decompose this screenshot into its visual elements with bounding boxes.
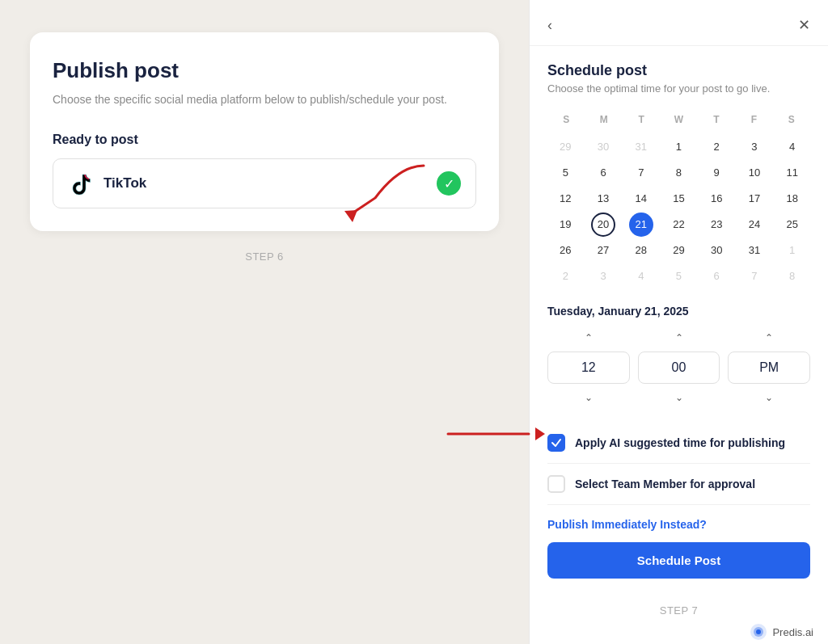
schedule-post-button[interactable]: Schedule Post [547, 542, 810, 579]
calendar-grid: 29 30 31 1 2 3 4 5 6 7 8 9 10 11 12 13 1… [547, 135, 810, 288]
cal-cell[interactable]: 12 [553, 187, 577, 211]
selected-date: Tuesday, January 21, 2025 [547, 305, 810, 318]
day-sat: S [773, 111, 810, 128]
period-display[interactable]: PM [728, 351, 810, 384]
schedule-subtitle: Choose the optimal time for your post to… [547, 82, 810, 95]
day-tue: T [623, 111, 660, 128]
cal-cell[interactable]: 3 [742, 135, 767, 159]
predis-label: Predis.ai [772, 626, 813, 638]
cal-cell[interactable]: 23 [704, 213, 729, 237]
period-down-button[interactable]: ⌄ [758, 389, 779, 406]
tiktok-icon [68, 170, 94, 196]
calendar: S M T W T F S 29 30 31 1 2 3 4 5 6 7 [547, 111, 810, 288]
cal-cell[interactable]: 8 [780, 264, 805, 288]
day-mon: M [585, 111, 622, 128]
publish-immediately-link[interactable]: Publish Immediately Instead? [547, 518, 810, 531]
cal-cell[interactable]: 3 [591, 264, 615, 288]
hour-down-button[interactable]: ⌄ [578, 389, 599, 406]
cal-cell[interactable]: 2 [704, 135, 729, 159]
team-checkbox[interactable] [547, 475, 565, 493]
day-wed: W [660, 111, 697, 128]
ai-checkbox-row[interactable]: Apply AI suggested time for publishing [547, 423, 810, 464]
cal-cell[interactable]: 2 [553, 264, 577, 288]
step-label-left: STEP 6 [245, 250, 284, 263]
ai-checkbox-label: Apply AI suggested time for publishing [575, 436, 785, 449]
cal-cell[interactable]: 8 [666, 161, 691, 185]
cal-cell[interactable]: 10 [742, 161, 767, 185]
publish-subtitle: Choose the specific social media platfor… [53, 91, 476, 108]
hour-up-button[interactable]: ⌃ [578, 329, 599, 347]
time-picker: ⌃ 12 ⌄ ⌃ 00 ⌄ ⌃ PM ⌄ [547, 329, 810, 406]
panel-header: ‹ ✕ [530, 0, 828, 46]
day-sun: S [547, 111, 585, 128]
cal-cell[interactable]: 14 [629, 187, 653, 211]
cal-cell-today[interactable]: 20 [591, 213, 615, 237]
hour-display[interactable]: 12 [547, 351, 630, 384]
day-fri: F [735, 111, 772, 128]
cal-cell[interactable]: 1 [780, 238, 805, 263]
hour-col: ⌃ 12 ⌄ [547, 329, 630, 406]
day-thu: T [698, 111, 735, 128]
ready-label: Ready to post [53, 133, 476, 147]
step-label-right: STEP 7 [530, 595, 828, 623]
period-col: ⌃ PM ⌄ [728, 329, 810, 406]
cal-cell-selected[interactable]: 21 [629, 213, 653, 237]
cal-cell[interactable]: 4 [629, 264, 653, 288]
minute-up-button[interactable]: ⌃ [669, 329, 690, 347]
right-panel: ‹ ✕ Schedule post Choose the optimal tim… [529, 0, 828, 644]
cal-cell[interactable]: 9 [704, 161, 729, 185]
cal-cell[interactable]: 30 [591, 135, 615, 159]
cal-cell[interactable]: 25 [780, 213, 805, 237]
cal-cell[interactable]: 6 [591, 161, 615, 185]
cal-cell[interactable]: 6 [704, 264, 729, 288]
predis-ai-icon [750, 623, 767, 641]
team-checkbox-label: Select Team Member for approval [575, 478, 755, 490]
period-up-button[interactable]: ⌃ [758, 329, 779, 347]
panel-content: Schedule post Choose the optimal time fo… [530, 46, 828, 595]
schedule-title: Schedule post [547, 62, 810, 79]
predis-logo: Predis.ai [530, 623, 828, 644]
cal-cell[interactable]: 5 [553, 161, 577, 185]
cal-cell[interactable]: 27 [591, 238, 615, 263]
cal-cell[interactable]: 11 [780, 161, 805, 185]
publish-card: Publish post Choose the specific social … [30, 32, 499, 231]
cal-cell[interactable]: 4 [780, 135, 805, 159]
svg-point-4 [756, 629, 761, 634]
cal-cell[interactable]: 7 [742, 264, 767, 288]
cal-cell[interactable]: 15 [666, 187, 691, 211]
nav-icons: ‹ [546, 15, 554, 36]
cal-cell[interactable]: 29 [666, 238, 691, 263]
cal-cell[interactable]: 7 [629, 161, 653, 185]
cal-cell[interactable]: 16 [704, 187, 729, 211]
cal-cell[interactable]: 24 [742, 213, 767, 237]
cal-cell[interactable]: 31 [629, 135, 653, 159]
back-button[interactable]: ‹ [546, 15, 554, 36]
cal-cell[interactable]: 29 [553, 135, 577, 159]
team-checkbox-row[interactable]: Select Team Member for approval [547, 464, 810, 505]
cal-cell[interactable]: 18 [780, 187, 805, 211]
platform-check-icon: ✓ [437, 171, 461, 196]
cal-cell[interactable]: 19 [553, 213, 577, 237]
publish-title: Publish post [53, 58, 476, 83]
cal-cell[interactable]: 5 [666, 264, 691, 288]
cal-cell[interactable]: 17 [742, 187, 767, 211]
calendar-header: S M T W T F S [547, 111, 810, 128]
minute-col: ⌃ 00 ⌄ [638, 329, 720, 406]
close-button[interactable]: ✕ [796, 15, 812, 36]
cal-cell[interactable]: 13 [591, 187, 615, 211]
cal-cell[interactable]: 22 [666, 213, 691, 237]
minute-down-button[interactable]: ⌄ [669, 389, 690, 406]
cal-cell[interactable]: 31 [742, 238, 767, 263]
cal-cell[interactable]: 30 [704, 238, 729, 263]
platform-name: TikTok [104, 175, 427, 192]
cal-cell[interactable]: 1 [666, 135, 691, 159]
minute-display[interactable]: 00 [638, 351, 720, 384]
left-panel: Publish post Choose the specific social … [0, 0, 529, 644]
cal-cell[interactable]: 26 [553, 238, 577, 263]
platform-item[interactable]: TikTok ✓ [53, 158, 476, 208]
cal-cell[interactable]: 28 [629, 238, 653, 263]
ai-checkbox[interactable] [547, 434, 565, 452]
